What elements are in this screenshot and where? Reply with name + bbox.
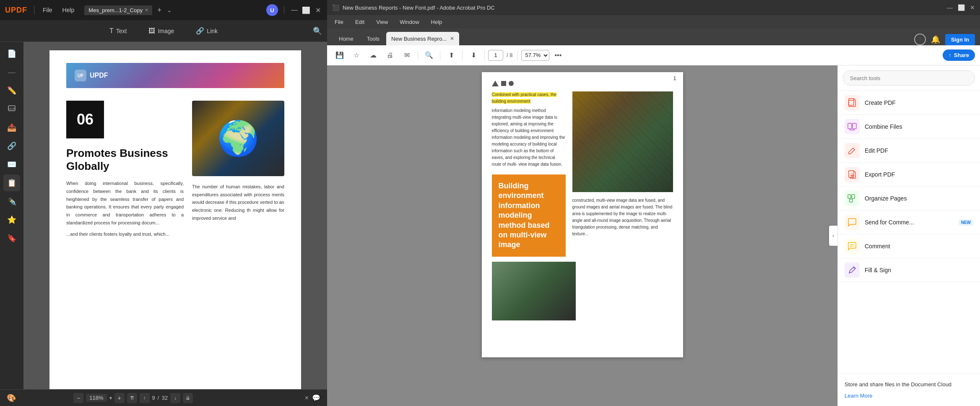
updf-nav-up-btn[interactable]: ↑: [140, 393, 150, 403]
acrobat-share-btn[interactable]: ↑ Share: [943, 49, 975, 61]
acrobat-download-btn[interactable]: ⬇: [466, 48, 481, 63]
updf-colorful-icon[interactable]: 🎨: [7, 393, 16, 403]
acrobat-minimize-btn[interactable]: —: [947, 4, 953, 11]
acrobat-tab-document[interactable]: New Business Repro... ✕: [386, 32, 459, 45]
acrobat-tool-export-pdf[interactable]: Export PDF: [838, 163, 980, 187]
updf-tab-add-btn[interactable]: +: [157, 6, 162, 15]
updf-window-controls: U — ⬜ ✕: [266, 4, 322, 16]
updf-tab-expand-btn[interactable]: ⌄: [167, 7, 172, 13]
acrobat-page-total: / 8: [505, 52, 514, 58]
acrobat-page-number-top: 1: [673, 75, 676, 81]
acrobat-create-pdf-icon: [845, 95, 860, 110]
updf-header-logo-text: UPDF: [90, 72, 108, 79]
updf-body-text-main: When doing international business, speci…: [66, 180, 184, 226]
updf-zoom-in-btn[interactable]: +: [114, 393, 125, 403]
acrobat-print-btn[interactable]: 🖨: [382, 48, 398, 63]
updf-close-btn[interactable]: ✕: [314, 6, 322, 14]
acrobat-main: 1 Combined with practical cases, the bui…: [327, 65, 980, 406]
acrobat-close-btn[interactable]: ✕: [970, 4, 975, 11]
updf-search-btn[interactable]: 🔍: [313, 26, 322, 36]
updf-tab[interactable]: Mes_prem...1-2_Copy ×: [84, 5, 152, 15]
svg-rect-3: [848, 123, 852, 129]
acrobat-upload-btn[interactable]: ⬆: [444, 48, 459, 63]
updf-user-avatar[interactable]: U: [266, 4, 278, 16]
acrobat-tabs: Home Tools New Business Repro... ✕ ? 🔔 S…: [327, 29, 980, 45]
acrobat-comment-icon: [845, 239, 860, 254]
updf-image-tool[interactable]: 🖼 Image: [144, 25, 178, 37]
acrobat-signin-btn[interactable]: Sign In: [945, 34, 975, 45]
acrobat-tab-doc-close[interactable]: ✕: [450, 36, 454, 42]
updf-col2-text: The number of human mistakes, labor and …: [192, 183, 284, 222]
acrobat-export-pdf-label: Export PDF: [865, 171, 895, 178]
acrobat-tab-tools[interactable]: Tools: [360, 32, 386, 45]
acrobat-main-pdf-text: information modeling method integrating …: [492, 107, 566, 168]
updf-zoom-dropdown-icon[interactable]: ▾: [109, 395, 112, 401]
acrobat-menu-view[interactable]: View: [374, 18, 390, 26]
updf-panel: UPDF File Help Mes_prem...1-2_Copy × + ⌄…: [0, 0, 327, 406]
acrobat-cloud-btn[interactable]: ☁: [366, 48, 381, 63]
updf-nav-bottom-btn[interactable]: ⇊: [183, 393, 193, 403]
updf-tab-close-btn[interactable]: ×: [145, 7, 148, 13]
acrobat-tool-edit-pdf[interactable]: Edit PDF: [838, 139, 980, 163]
acrobat-building-image: [572, 91, 673, 192]
acrobat-more-btn[interactable]: •••: [551, 52, 565, 59]
acrobat-tools-search-input[interactable]: [843, 70, 975, 86]
updf-page-header-banner: UP UPDF: [66, 63, 284, 88]
acrobat-tool-combine[interactable]: Combine Files: [838, 115, 980, 139]
acrobat-help-btn[interactable]: ?: [914, 34, 926, 45]
updf-chat-btn[interactable]: 💬: [312, 394, 320, 402]
acrobat-tool-send-comment[interactable]: Send for Comme... NEW: [838, 211, 980, 234]
acrobat-menu-window[interactable]: Window: [397, 18, 421, 26]
acrobat-page-input[interactable]: [488, 50, 503, 61]
updf-menu-file[interactable]: File: [39, 5, 56, 15]
updf-page-right-col: The number of human mistakes, labor and …: [192, 101, 284, 238]
acrobat-tab-actions: ? 🔔 Sign In: [909, 34, 980, 45]
acrobat-save-btn[interactable]: 💾: [332, 48, 347, 63]
acrobat-menu-edit[interactable]: Edit: [353, 18, 367, 26]
acrobat-toolbar-sep5: [517, 50, 518, 60]
acrobat-search-btn[interactable]: 🔍: [421, 48, 437, 63]
updf-globe-image: [192, 101, 284, 176]
acrobat-learn-more-link[interactable]: Learn More: [845, 393, 872, 399]
acrobat-share-icon: ↑: [949, 52, 951, 58]
acrobat-menu-help[interactable]: Help: [429, 18, 445, 26]
acrobat-pdf-left-col: Combined with practical cases, the build…: [492, 91, 566, 257]
acrobat-pdf-bottom-section: [492, 262, 673, 320]
updf-nav-down-btn[interactable]: ↓: [170, 393, 180, 403]
acrobat-toolbar: 💾 ☆ ☁ 🖨 ✉ 🔍 ⬆ ⬇ / 8 57.7% 50% 75% 100% •…: [327, 45, 980, 65]
acrobat-combine-label: Combine Files: [865, 123, 902, 130]
acrobat-tool-organize[interactable]: Organize Pages: [838, 187, 980, 211]
acrobat-new-badge: NEW: [959, 219, 973, 226]
acrobat-tool-comment[interactable]: Comment: [838, 234, 980, 258]
acrobat-expand-panel-btn[interactable]: ›: [829, 226, 837, 246]
acrobat-bookmark-btn[interactable]: ☆: [349, 48, 364, 63]
updf-maximize-btn[interactable]: ⬜: [302, 6, 310, 14]
acrobat-email-btn[interactable]: ✉: [399, 48, 414, 63]
updf-minimize-btn[interactable]: —: [290, 6, 299, 14]
updf-text-tool[interactable]: T Text: [105, 25, 131, 37]
acrobat-menu-file[interactable]: File: [332, 18, 346, 26]
acrobat-win-controls: — ⬜ ✕: [947, 4, 975, 11]
updf-link-tool[interactable]: 🔗 Link: [192, 24, 222, 37]
acrobat-tool-fill-sign[interactable]: Fill & Sign: [838, 258, 980, 282]
updf-chapter-number: 06: [66, 101, 104, 138]
svg-rect-8: [850, 199, 853, 202]
acrobat-export-pdf-icon: [845, 167, 860, 182]
acrobat-tab-home[interactable]: Home: [332, 32, 360, 45]
acrobat-pdf-right-col: constructed, multi-view image data are f…: [572, 91, 673, 257]
updf-zoom-out-btn[interactable]: −: [73, 393, 83, 403]
updf-nav-top-btn[interactable]: ⇈: [127, 393, 137, 403]
acrobat-organize-label: Organize Pages: [865, 195, 907, 202]
updf-close-doc-btn[interactable]: ×: [305, 394, 309, 402]
updf-bottom-bar: 🎨 − 118% ▾ + ⇈ ↑ 9 / 32 ↓ ⇊ × 💬: [0, 389, 327, 406]
acrobat-shape-triangle: [492, 81, 499, 86]
acrobat-pdf-view[interactable]: 1 Combined with practical cases, the bui…: [327, 65, 837, 406]
updf-zoom-value[interactable]: 118%: [86, 394, 107, 402]
acrobat-zoom-select[interactable]: 57.7% 50% 75% 100%: [521, 50, 549, 61]
acrobat-tool-create-pdf[interactable]: Create PDF: [838, 91, 980, 115]
acrobat-maximize-btn[interactable]: ⬜: [958, 4, 965, 11]
acrobat-notifications-btn[interactable]: 🔔: [931, 35, 940, 44]
updf-menu-help[interactable]: Help: [59, 5, 78, 15]
acrobat-promo-text: Store and share files in the Document Cl…: [845, 380, 973, 389]
acrobat-edit-pdf-icon: [845, 143, 860, 158]
